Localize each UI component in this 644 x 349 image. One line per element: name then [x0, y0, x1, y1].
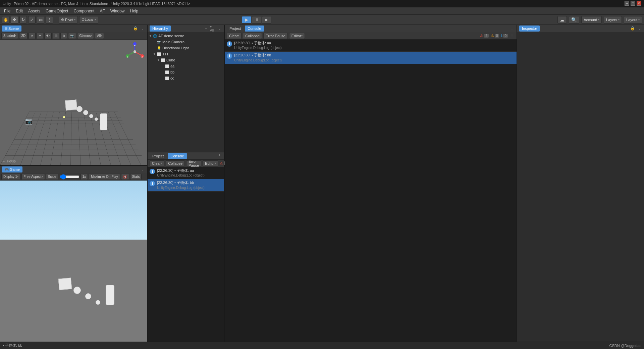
- maximize-button[interactable]: □: [631, 1, 635, 6]
- game-tab[interactable]: 🎮 Game: [2, 166, 22, 172]
- search-services-button[interactable]: 🔍: [569, 16, 579, 23]
- console-editor-button[interactable]: Editor ▾: [203, 160, 218, 166]
- menu-item-edit[interactable]: Edit: [13, 8, 25, 14]
- console-main-collapse-button[interactable]: Collapse: [243, 33, 262, 39]
- hierarchy-add-icon[interactable]: ＋: [203, 26, 209, 31]
- scale-value: 1x: [80, 174, 88, 180]
- local-button[interactable]: ⊙Local ▾: [79, 16, 98, 23]
- console-entry-log2[interactable]: ℹ[22:26:30] • 子物体: bbUnityEngine.Debug:L…: [225, 52, 517, 64]
- console-main-options: ⋮: [509, 26, 515, 31]
- console-error-pause-button[interactable]: Error Pause: [186, 160, 201, 166]
- hierarchy-item-af-scene[interactable]: ▼🌐AF demo scene: [148, 33, 224, 39]
- transform-tool-combined[interactable]: ⋮: [46, 16, 53, 23]
- snap-button[interactable]: ⊕: [60, 33, 67, 39]
- scene-sphere-1: [76, 106, 83, 112]
- aspect-dropdown[interactable]: Free Aspect ▾: [21, 174, 45, 180]
- hierarchy-item-icon-aa: ⬜: [165, 64, 170, 68]
- hierarchy-item-111[interactable]: ▼⬜111: [148, 51, 224, 57]
- camera-button[interactable]: 📷: [68, 33, 76, 39]
- layers-dropdown[interactable]: Layers ▾: [604, 16, 622, 23]
- transform-tool-hand[interactable]: ✋: [2, 16, 9, 23]
- menu-item-file[interactable]: File: [1, 8, 13, 14]
- console-main-menu-icon[interactable]: ⋮: [509, 26, 515, 31]
- lighting-button[interactable]: ☀: [29, 33, 36, 39]
- console-main-menu-btn[interactable]: ⋮: [509, 33, 515, 39]
- console-tab-menu-icon[interactable]: ⋮: [217, 153, 222, 159]
- transform-tool-scale[interactable]: ⤢: [28, 16, 36, 23]
- inspector-menu-icon[interactable]: ⋮: [637, 26, 642, 31]
- console-collapse-button[interactable]: Collapse: [166, 160, 185, 166]
- scene-tab[interactable]: ⊞ Scene: [2, 26, 21, 32]
- hierarchy-item-cube[interactable]: ▼⬜Cube: [148, 57, 224, 63]
- transform-tool-rect[interactable]: ▭: [37, 16, 44, 23]
- hierarchy-tab[interactable]: Hierarchy: [150, 26, 171, 32]
- console-main-editor-button[interactable]: Editor ▾: [289, 33, 305, 39]
- console-main-badges: ⚠ 2 ⚠ 0 ℹ 0: [480, 34, 508, 38]
- console-clear-button[interactable]: Clear ▾: [150, 160, 164, 166]
- scene-lock-icon[interactable]: 🔒: [133, 26, 138, 31]
- inspector-lock-icon[interactable]: 🔒: [630, 26, 635, 31]
- gizmos-dropdown[interactable]: Gizmos ▾: [77, 33, 94, 39]
- log-icon-log2: ℹ: [227, 53, 232, 59]
- collab-button[interactable]: ☁: [557, 16, 567, 23]
- scene-viewport[interactable]: 📷: [0, 40, 147, 165]
- console-main-project-tab[interactable]: Project: [227, 26, 244, 32]
- hierarchy-item-cc[interactable]: ⬜cc: [148, 75, 224, 81]
- step-button[interactable]: ⏭: [262, 16, 271, 23]
- hierarchy-item-bb[interactable]: ⬜bb: [148, 69, 224, 75]
- scene-toolbar: Shaded ▾ 2D ☀ ✦ 👁 ⊞ ⊕ 📷 Gizmos ▾ All ▾: [0, 32, 147, 40]
- 2d-button[interactable]: 2D: [19, 33, 28, 39]
- scene-background: 📷: [0, 40, 147, 165]
- fx-button[interactable]: ✦: [37, 33, 43, 39]
- account-dropdown[interactable]: Account ▾: [581, 16, 602, 23]
- console-entry-log1[interactable]: ℹ[22:26:30] • 子物体: aaUnityEngine.Debug:L…: [148, 167, 224, 179]
- menu-item-help[interactable]: Help: [127, 8, 141, 14]
- display-dropdown[interactable]: Display 1 ▾: [1, 174, 20, 180]
- scale-slider[interactable]: [59, 174, 79, 179]
- project-tab[interactable]: Project: [150, 153, 166, 159]
- console-tab-options: ⋮: [217, 153, 222, 159]
- menu-item-gameobject[interactable]: GameObject: [43, 8, 71, 14]
- menu-item-window[interactable]: Window: [108, 8, 127, 14]
- maximize-on-play[interactable]: Maximize On Play: [89, 174, 120, 180]
- game-viewport[interactable]: [0, 181, 147, 349]
- scene-sphere-4: [95, 117, 98, 121]
- hierarchy-item-icon-cc: ⬜: [165, 77, 170, 80]
- menu-item-af[interactable]: AF: [97, 8, 107, 14]
- mute-button[interactable]: 🔇: [121, 174, 129, 180]
- shading-dropdown[interactable]: Shaded ▾: [1, 33, 18, 39]
- transform-tool-rotate[interactable]: ↻: [19, 16, 27, 23]
- console-main-clear-button[interactable]: Clear ▾: [227, 33, 241, 39]
- inspector-tab[interactable]: Inspector: [519, 26, 540, 32]
- local-label: ⊙Local: [82, 17, 93, 22]
- console-entry-log2[interactable]: ℹ[22:26:30] • 子物体: bbUnityEngine.Debug:L…: [148, 179, 224, 191]
- layout-dropdown[interactable]: Layout ▾: [624, 16, 642, 23]
- hierarchy-item-main-camera[interactable]: 📷Main Camera: [148, 39, 224, 45]
- hierarchy-item-directional-light[interactable]: 💡Directional Light: [148, 45, 224, 51]
- stats-button[interactable]: Stats: [130, 174, 142, 180]
- game-menu-icon[interactable]: ⋮: [140, 167, 145, 172]
- play-button[interactable]: ▶: [242, 16, 251, 23]
- pivot-button[interactable]: ⊙ Pivot ▾: [59, 16, 78, 23]
- game-view: 🎮 Game ⋮ Display 1 ▾ Free Aspect ▾ S: [0, 166, 147, 349]
- pause-button[interactable]: ⏸: [252, 16, 261, 23]
- hierarchy-item-label-directional-light: Directional Light: [162, 46, 189, 50]
- console-entry-log1[interactable]: ℹ[22:26:30] • 子物体: aaUnityEngine.Debug:L…: [225, 40, 517, 52]
- window-controls: ─ □ ✕: [625, 1, 641, 6]
- hierarchy-all-label[interactable]: ▾ All: [210, 26, 215, 31]
- minimize-button[interactable]: ─: [625, 1, 629, 6]
- close-button[interactable]: ✕: [637, 1, 641, 6]
- transform-tool-move[interactable]: ✥: [11, 16, 18, 23]
- menu-item-component[interactable]: Component: [71, 8, 97, 14]
- game-panel-options: ⋮: [140, 167, 145, 172]
- all-dropdown[interactable]: All ▾: [95, 33, 104, 39]
- console-main-console-tab[interactable]: Console: [245, 26, 264, 32]
- scene-visibility-button[interactable]: 👁: [44, 33, 52, 39]
- console-tab[interactable]: Console: [168, 153, 186, 159]
- menu-item-assets[interactable]: Assets: [25, 8, 43, 14]
- grid-button[interactable]: ⊞: [53, 33, 59, 39]
- scene-menu-icon[interactable]: ⋮: [140, 26, 145, 31]
- hierarchy-menu-icon[interactable]: ⋮: [217, 26, 222, 31]
- console-main-error-pause-button[interactable]: Error Pause: [263, 33, 288, 39]
- hierarchy-item-aa[interactable]: ⬜aa: [148, 63, 224, 69]
